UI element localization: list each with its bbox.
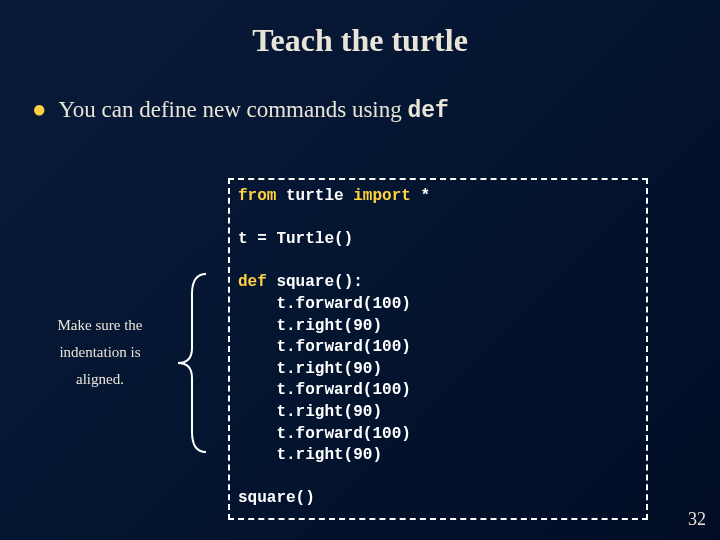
- code-body-line: t.right(90): [238, 403, 382, 421]
- bullet-keyword: def: [408, 98, 449, 124]
- bullet-text: You can define new commands using def: [59, 97, 449, 124]
- annotation-line: indentation is: [40, 339, 160, 366]
- code-call: square(): [238, 489, 315, 507]
- annotation-text: Make sure the indentation is aligned.: [40, 312, 160, 393]
- bullet-text-before: You can define new commands using: [59, 97, 408, 122]
- code-body-line: t.forward(100): [238, 338, 411, 356]
- code-keyword-def: def: [238, 273, 267, 291]
- code-body-line: t.forward(100): [238, 381, 411, 399]
- code-line: t = Turtle(): [238, 230, 353, 248]
- code-text: turtle: [276, 187, 353, 205]
- code-body-line: t.forward(100): [238, 295, 411, 313]
- page-number: 32: [688, 509, 706, 530]
- code-body-line: t.forward(100): [238, 425, 411, 443]
- brace-icon: [164, 270, 214, 456]
- slide-title: Teach the turtle: [0, 0, 720, 77]
- code-block: from turtle import * t = Turtle() def sq…: [228, 178, 648, 520]
- annotation-line: Make sure the: [40, 312, 160, 339]
- annotation-line: aligned.: [40, 366, 160, 393]
- code-keyword-from: from: [238, 187, 276, 205]
- code-keyword-import: import: [353, 187, 411, 205]
- bullet-marker: ●: [32, 97, 47, 121]
- code-body-line: t.right(90): [238, 317, 382, 335]
- code-body-line: t.right(90): [238, 446, 382, 464]
- code-body-line: t.right(90): [238, 360, 382, 378]
- code-text: square():: [267, 273, 363, 291]
- bullet-item: ● You can define new commands using def: [32, 97, 720, 124]
- code-text: *: [411, 187, 430, 205]
